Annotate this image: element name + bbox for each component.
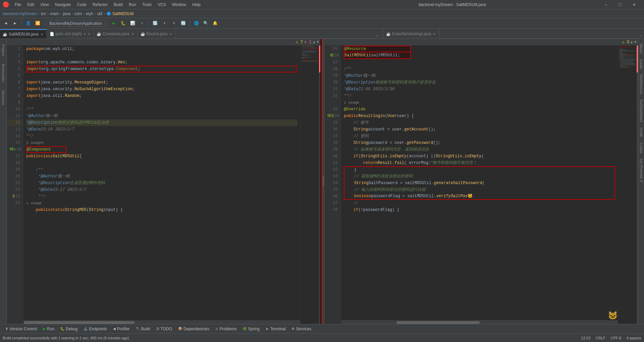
panel-tab-keypromoter[interactable]: Key Promoter X (639, 157, 644, 184)
minimize-button[interactable]: – (599, 0, 613, 9)
bottom-toolbar: ⬆ Version Control ▶ Run 🐛 Debug ⚓ Endpoi… (0, 324, 644, 333)
toolbar-todo[interactable]: ☰ TODO (154, 326, 175, 332)
menu-build[interactable]: Build (111, 2, 125, 8)
tab-constants[interactable]: ☕ Constants.java ✕ (94, 29, 138, 39)
run-button[interactable]: ▶ (109, 19, 118, 28)
statusbar-line-ending[interactable]: CRLF (596, 336, 605, 340)
toolbar-debug[interactable]: 🐛 Debug (58, 326, 80, 332)
toolbar-back[interactable]: ◀ (1, 19, 10, 28)
toolbar-git2[interactable]: ⬆ (160, 19, 169, 28)
toolbar-version-control[interactable]: ⬆ Version Control (3, 326, 40, 332)
tab-overflow-btn-right[interactable]: ⋯ (637, 34, 644, 39)
tab-close-enums[interactable]: ✕ (169, 32, 173, 36)
toolbar-problems[interactable]: ⚠ Problems (213, 326, 239, 332)
statusbar-encoding[interactable]: UTF-8 (611, 336, 621, 340)
panel-tab-restservices[interactable]: RestServices (639, 72, 644, 96)
toolbar-search[interactable]: 🔍 (201, 19, 210, 28)
menu-file[interactable]: File (12, 2, 24, 8)
run-coverage[interactable]: 📊 (128, 19, 137, 28)
menu-edit[interactable]: Edit (24, 2, 37, 8)
tab-close-iuser[interactable]: ✕ (432, 32, 436, 36)
panel-tab-gradle[interactable]: Gradle (639, 57, 644, 71)
toolbar-run[interactable]: ▶ Run (40, 326, 57, 332)
menu-window[interactable]: Window (169, 2, 189, 8)
nav-down-right[interactable]: ▼ (634, 40, 637, 45)
statusbar-time[interactable]: 12:23 (581, 336, 591, 340)
debug-gutter-icon[interactable]: ▶ (14, 146, 16, 153)
menu-tools[interactable]: Tools (140, 2, 154, 8)
maximize-button[interactable]: □ (613, 0, 627, 9)
tab-overflow-btn[interactable]: ⋯ (374, 34, 380, 39)
toolbar-services[interactable]: ⚙ Services (289, 326, 314, 332)
menu-refactor[interactable]: Refactor (90, 2, 110, 8)
tab-iuserserviceimpl[interactable]: ☕ IUserServiceImpl.java ✕ (383, 29, 440, 39)
toolbar-terminal[interactable]: ► Terminal (263, 326, 288, 332)
panel-tab-xcode[interactable]: Xcode (639, 125, 644, 139)
tab-close-constants[interactable]: ✕ (131, 32, 135, 36)
tab-label-iuser: IUserServiceImpl.java (392, 32, 431, 36)
run-config-selector[interactable]: BackendMyDreamApplication (46, 20, 105, 27)
right-code-line-32: **/ (344, 93, 615, 99)
panel-tab-bookmarks[interactable]: Bookmarks (1, 61, 6, 85)
run-profiler[interactable]: ⚡ (138, 19, 146, 28)
panel-tab-project[interactable]: Project (1, 42, 6, 58)
left-code-body[interactable]: package com.wyh.util; import org.apache.… (23, 46, 300, 324)
code-line-18: /** (26, 166, 298, 173)
menu-help[interactable]: Help (190, 2, 203, 8)
panel-tab-codota[interactable]: Codota (639, 140, 644, 155)
breadcrumb-class[interactable]: 🔷 SaltMD5Util (106, 11, 134, 16)
toolbar-user[interactable]: 👤 (24, 19, 33, 28)
tab-close-saltmd5util[interactable]: ✕ (40, 33, 44, 36)
run-gutter-icon[interactable]: 🌿 (9, 146, 13, 153)
right-horizontal-scrollbar[interactable] (341, 321, 618, 324)
menu-navigate[interactable]: Navigate (52, 2, 73, 8)
toolbar-sep4 (148, 20, 149, 26)
toolbar-git[interactable]: 🔃 (151, 19, 159, 28)
menu-run[interactable]: Run (126, 2, 139, 8)
toolbar-vcs[interactable]: 🔀 (33, 19, 42, 28)
split-divider[interactable] (322, 39, 324, 324)
toolbar-git3[interactable]: ⬇ (169, 19, 178, 28)
nav-up-left[interactable]: ▲ (313, 40, 315, 45)
tab-pomxml[interactable]: 📄 pom.xml (wyh) ● ✕ (47, 29, 94, 39)
breadcrumb-src[interactable]: src (41, 11, 46, 16)
right-code-body[interactable]: @Resource SaltMD5Util saltMD5Util; /** *… (341, 46, 618, 324)
menu-view[interactable]: View (38, 2, 52, 8)
breadcrumb-util[interactable]: util (97, 11, 102, 16)
spring-icon: 🌿 (243, 327, 247, 331)
toolbar-build[interactable]: 🔨 Build (133, 326, 153, 332)
right-code-line-45: // 输入的密码和加密后的密码进行比较 (344, 186, 615, 193)
breadcrumb-main[interactable]: main (50, 11, 59, 16)
panel-tab-structure[interactable]: Structure (1, 88, 6, 108)
toolbar-dependencies[interactable]: 📦 Dependencies (175, 326, 212, 332)
tab-close-pom[interactable]: ✕ (87, 32, 91, 36)
toolbar-git4[interactable]: 🔄 (179, 19, 187, 28)
toolbar-translate[interactable]: 🌐 (192, 19, 201, 28)
breadcrumb-com[interactable]: com (74, 11, 82, 16)
right-code-line-36: String account = user.getAccount(); (344, 126, 615, 133)
tab-modified-pom: ● (84, 32, 86, 36)
debug-button[interactable]: 🐛 (119, 19, 127, 28)
tab-saltmd5util[interactable]: ☕ SaltMD5Util.java ✕ (0, 29, 47, 39)
menu-vcs[interactable]: VCS (155, 2, 169, 8)
toolbar-forward[interactable]: ▶ (11, 19, 19, 28)
code-line-20: * @Description 生成普通的MD5密码 (26, 180, 298, 186)
nav-down-left[interactable]: ▼ (317, 40, 319, 45)
toolbar-spring[interactable]: 🌿 Spring (240, 326, 262, 332)
close-button[interactable]: ✕ (627, 0, 641, 9)
panel-tab-maven[interactable]: Maven (639, 42, 644, 56)
breadcrumb-java[interactable]: java (63, 11, 70, 16)
menu-code[interactable]: Code (74, 2, 89, 8)
toolbar-profiler[interactable]: ◀ Profiler (110, 326, 132, 332)
tab-enums[interactable]: ☕ Enums.java ✕ (138, 29, 176, 39)
nav-up-right[interactable]: ▲ (631, 40, 633, 45)
breadcrumb-project[interactable]: backend-myDream (3, 11, 37, 16)
toolbar-notifications[interactable]: 🔔 (211, 19, 219, 28)
left-horizontal-scrollbar[interactable] (23, 321, 300, 324)
tab-label-pom: pom.xml (wyh) (56, 32, 82, 36)
breadcrumb-wyh[interactable]: wyh (86, 11, 93, 16)
statusbar-indent[interactable]: 4 spaces (627, 336, 641, 340)
code-line-23: public static String MD5(String input) { (26, 207, 298, 213)
toolbar-endpoints[interactable]: ⚓ Endpoints (81, 326, 109, 332)
panel-tab-rundashboard[interactable]: RunDashboard (639, 98, 644, 124)
